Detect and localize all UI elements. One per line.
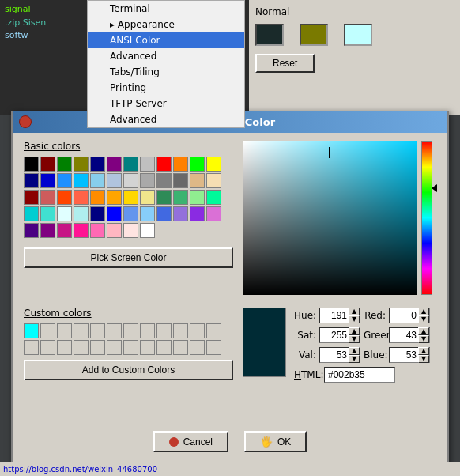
color-canvas-wrap[interactable] [243,141,417,295]
swatch-dark[interactable] [255,24,284,46]
custom-color-cell[interactable] [123,323,138,338]
red-down-btn[interactable]: ▼ [418,315,429,323]
basic-color-cell[interactable] [190,157,205,172]
basic-color-cell[interactable] [74,190,89,205]
custom-color-cell[interactable] [140,323,155,338]
custom-color-cell[interactable] [57,323,72,338]
basic-color-cell[interactable] [123,157,138,172]
basic-color-cell[interactable] [40,173,55,188]
basic-color-cell[interactable] [206,190,221,205]
basic-color-cell[interactable] [156,206,172,221]
basic-color-cell[interactable] [90,223,105,238]
basic-color-cell[interactable] [24,173,39,188]
custom-color-cell[interactable] [190,340,205,355]
basic-color-cell[interactable] [107,190,122,205]
basic-color-cell[interactable] [107,206,122,221]
menu-item-appearance[interactable]: ▸ Appearance [88,17,244,32]
basic-color-cell[interactable] [24,157,39,172]
basic-color-cell[interactable] [90,157,105,172]
custom-color-cell[interactable] [206,340,221,355]
custom-color-cell[interactable] [107,323,122,338]
menu-item-ansi-color[interactable]: ANSI Color [88,32,244,48]
custom-color-cell[interactable] [40,340,55,355]
basic-color-cell[interactable] [123,173,138,188]
basic-color-cell[interactable] [140,190,155,205]
custom-color-cell[interactable] [40,323,55,338]
custom-color-cell[interactable] [173,340,188,355]
menu-item-terminal[interactable]: Terminal [88,1,244,17]
hue-slider-track[interactable] [421,141,432,295]
basic-color-cell[interactable] [74,206,89,221]
basic-color-cell[interactable] [40,223,55,238]
swatch-cyan[interactable] [344,24,372,46]
basic-color-cell[interactable] [40,190,55,205]
custom-color-cell[interactable] [140,340,155,355]
basic-color-cell[interactable] [90,206,105,221]
red-up-btn[interactable]: ▲ [418,308,429,315]
basic-color-cell[interactable] [90,190,105,205]
val-up-btn[interactable]: ▲ [349,347,360,355]
html-input[interactable] [324,367,395,383]
basic-color-cell[interactable] [40,157,55,172]
basic-color-cell[interactable] [40,206,55,221]
red-input[interactable] [390,308,418,323]
red-spinner[interactable]: ▲ ▼ [389,308,430,323]
hue-up-btn[interactable]: ▲ [349,308,360,315]
basic-color-cell[interactable] [190,206,205,221]
basic-color-cell[interactable] [206,157,221,172]
custom-color-cell[interactable] [90,340,105,355]
basic-color-cell[interactable] [206,173,221,188]
cancel-button[interactable]: Cancel [153,431,228,452]
green-spinner[interactable]: ▲ ▼ [389,327,430,343]
custom-color-cell[interactable] [156,340,172,355]
ok-button[interactable]: 🖐 OK [244,431,307,452]
add-custom-button[interactable]: Add to Custom Colors [24,360,233,380]
blue-spinner[interactable]: ▲ ▼ [389,347,430,363]
menu-item-tabs[interactable]: Tabs/Tiling [88,64,244,80]
sat-up-btn[interactable]: ▲ [349,327,360,335]
basic-color-cell[interactable] [173,173,188,188]
basic-color-cell[interactable] [24,223,39,238]
hue-slider[interactable] [421,141,437,295]
basic-color-cell[interactable] [156,190,172,205]
sat-input[interactable] [320,328,349,342]
basic-color-cell[interactable] [173,157,188,172]
basic-color-cell[interactable] [206,206,221,221]
val-down-btn[interactable]: ▼ [349,355,360,363]
custom-color-cell[interactable] [24,340,39,355]
reset-button[interactable]: Reset [255,54,315,73]
val-input[interactable] [320,348,349,362]
custom-color-cell[interactable] [156,323,172,338]
blue-up-btn[interactable]: ▲ [418,347,429,355]
green-up-btn[interactable]: ▲ [418,327,429,335]
basic-color-cell[interactable] [140,223,155,238]
custom-color-cell[interactable] [57,340,72,355]
basic-color-cell[interactable] [90,173,105,188]
basic-color-cell[interactable] [74,173,89,188]
basic-color-cell[interactable] [190,173,205,188]
custom-color-cell[interactable] [206,323,221,338]
basic-color-cell[interactable] [57,157,72,172]
basic-color-cell[interactable] [173,206,188,221]
sat-down-btn[interactable]: ▼ [349,335,360,343]
basic-color-cell[interactable] [173,190,188,205]
close-button[interactable] [19,115,32,128]
custom-color-cell[interactable] [123,340,138,355]
basic-color-cell[interactable] [140,157,155,172]
hue-down-btn[interactable]: ▼ [349,315,360,323]
hue-input[interactable] [320,308,349,323]
menu-item-advanced2[interactable]: Advanced [88,111,244,127]
blue-input[interactable] [390,348,418,362]
basic-color-cell[interactable] [74,157,89,172]
basic-color-cell[interactable] [24,206,39,221]
custom-color-cell[interactable] [173,323,188,338]
green-input[interactable] [390,328,418,342]
custom-color-cell[interactable] [24,323,39,338]
sat-spinner[interactable]: ▲ ▼ [319,327,360,343]
basic-color-cell[interactable] [74,223,89,238]
basic-color-cell[interactable] [107,173,122,188]
basic-color-cell[interactable] [123,223,138,238]
custom-color-cell[interactable] [74,340,89,355]
basic-color-cell[interactable] [190,190,205,205]
hue-spinner[interactable]: ▲ ▼ [319,308,360,323]
